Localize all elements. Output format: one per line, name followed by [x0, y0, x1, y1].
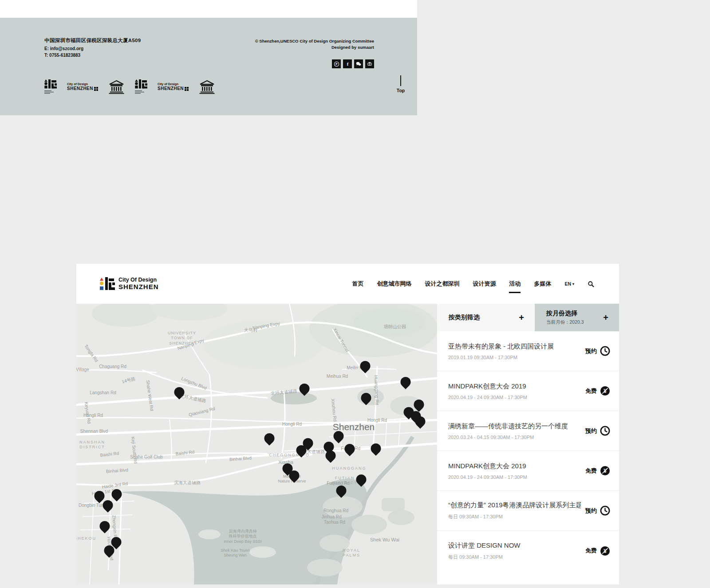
event-date: 2020.03.24 - 04.15 09:30AM - 17:30PM	[448, 435, 581, 440]
top-label: Top	[394, 88, 407, 93]
nav: 首页创意城市网络设计之都深圳设计资源活动多媒体EN▾	[352, 277, 594, 290]
pinterest-icon[interactable]: P	[332, 59, 341, 68]
event-title: “创意的力量” 2019粤港澳品牌设计展系列主题活动	[448, 501, 581, 510]
nav-item[interactable]: 创意城市网络	[377, 277, 411, 290]
event-tag: 预约	[585, 347, 597, 355]
event-date: 2020.04.19 - 24 09:30AM - 17:30PM	[448, 395, 581, 400]
copyright-line: © Shenzhen,UNESCO City of Design Organiz…	[255, 38, 374, 44]
event-row[interactable]: 亚热带未有的景象 - 北欧四国设计展2019.01.19 09:30AM - 1…	[437, 331, 619, 371]
event-date: 2019.01.19 09:30AM - 17:30PM	[448, 355, 581, 360]
cod-text-logo: City of DesignSHENZHEN	[158, 82, 189, 91]
event-date: 每日 09:30AM - 17:30PM	[448, 514, 581, 520]
nav-item[interactable]: 设计资源	[473, 277, 496, 290]
free-icon: ¥	[600, 546, 610, 556]
category-tab-label: 按类别筛选	[449, 314, 523, 321]
clock-icon	[600, 506, 610, 516]
event-text: 设计讲堂 DESIGN NOW每日 09:30AM - 17:30PM	[448, 541, 585, 561]
back-to-top-button[interactable]: Top	[394, 75, 407, 93]
expand-plus-icon[interactable]: +	[519, 313, 524, 323]
event-title: MINDPARK创意大会 2019	[448, 462, 581, 470]
event-status: 预约	[585, 426, 610, 436]
event-tag: 免费	[585, 547, 597, 555]
brand-text: City Of Design SHENZHEN	[118, 277, 159, 290]
event-status: 预约	[585, 346, 610, 356]
event-tag: 免费	[585, 387, 597, 395]
footer-logos: City of DesignSHENZHENCity of DesignSHEN…	[44, 79, 215, 95]
event-list: 亚热带未有的景象 - 北欧四国设计展2019.01.19 09:30AM - 1…	[437, 331, 619, 584]
site-footer: 中国深圳市福田区保税区深装总大厦A509 E: info@szcod.org T…	[0, 18, 417, 115]
page-content: Shenzhen大马村UNIVERSITY TOWN OF SHENZHENNa…	[76, 304, 619, 584]
event-row[interactable]: “创意的力量” 2019粤港澳品牌设计展系列主题活动每日 09:30AM - 1…	[437, 491, 619, 531]
map-base-art	[76, 304, 437, 584]
footer-address: 中国深圳市福田区保税区深装总大厦A509	[44, 37, 141, 44]
footer-telephone: T: 0755-61823883	[44, 53, 80, 58]
nav-item[interactable]: 设计之都深圳	[425, 277, 459, 290]
event-title: MINDPARK创意大会 2019	[448, 382, 581, 391]
facebook-icon[interactable]: f	[343, 59, 352, 68]
event-row[interactable]: MINDPARK创意大会 20192020.04.19 - 24 09:30AM…	[437, 451, 619, 491]
event-row[interactable]: 设计讲堂 DESIGN NOW每日 09:30AM - 17:30PM免费¥	[437, 531, 619, 571]
svg-text:f: f	[347, 62, 348, 67]
event-tag: 免费	[585, 467, 597, 475]
search-icon[interactable]	[588, 281, 594, 287]
clock-icon	[600, 426, 610, 436]
top-line-decoration	[400, 75, 401, 86]
brand-line2: SHENZHEN	[118, 283, 159, 291]
event-title: 设计讲堂 DESIGN NOW	[448, 541, 581, 550]
event-status: 免费¥	[585, 466, 610, 476]
main-page: City Of Design SHENZHEN 首页创意城市网络设计之都深圳设计…	[76, 264, 619, 584]
event-text: 亚热带未有的景象 - 北欧四国设计展2019.01.19 09:30AM - 1…	[448, 342, 585, 360]
event-status: 免费¥	[585, 386, 610, 396]
chevron-down-icon: ▾	[572, 282, 574, 286]
designed-by-line: Designed by sumaart	[255, 44, 374, 51]
cod-text-logo: City of DesignSHENZHEN	[67, 82, 98, 91]
event-tag: 预约	[585, 507, 597, 515]
clock-icon	[600, 346, 610, 356]
filter-by-category-tab[interactable]: 按类别筛选 +	[437, 304, 535, 331]
weibo-icon[interactable]	[365, 59, 374, 68]
current-month-label: 当前月份：2020.3	[546, 319, 607, 325]
event-title: 满绣新章——传统非遗技艺的另一个维度	[448, 422, 581, 431]
event-row[interactable]: 满绣新章——传统非遗技艺的另一个维度2020.03.24 - 04.15 09:…	[437, 411, 619, 451]
event-status: 预约	[585, 506, 610, 516]
svg-text:P: P	[335, 63, 338, 66]
page-top-strip	[0, 0, 417, 18]
event-date: 每日 09:30AM - 17:30PM	[448, 554, 581, 561]
language-selector[interactable]: EN▾	[564, 281, 574, 286]
footer-copyright: © Shenzhen,UNESCO City of Design Organiz…	[255, 38, 374, 51]
free-icon: ¥	[600, 466, 610, 476]
events-map[interactable]: Shenzhen大马村UNIVERSITY TOWN OF SHENZHENNa…	[76, 304, 437, 584]
event-status: 免费¥	[585, 546, 610, 556]
event-text: “创意的力量” 2019粤港澳品牌设计展系列主题活动每日 09:30AM - 1…	[448, 501, 585, 520]
nav-item[interactable]: 多媒体	[534, 277, 551, 290]
filter-tabs: 按类别筛选 + 按月份选择 当前月份：2020.3 +	[437, 304, 619, 331]
footer-email: E: info@szcod.org	[44, 46, 83, 51]
event-date: 2020.04.19 - 24 09:30AM - 17:30PM	[448, 474, 581, 480]
event-tag: 预约	[585, 427, 597, 435]
site-header: City Of Design SHENZHEN 首页创意城市网络设计之都深圳设计…	[76, 264, 619, 304]
filter-by-month-tab[interactable]: 按月份选择 当前月份：2020.3 +	[535, 304, 619, 331]
social-links: Pf	[332, 59, 374, 68]
szcod-mark-logo	[135, 79, 147, 95]
month-tab-label: 按月份选择	[546, 310, 607, 318]
events-panel: 按类别筛选 + 按月份选择 当前月份：2020.3 + 亚热带未有的景象 - 北…	[437, 304, 619, 584]
event-text: MINDPARK创意大会 20192020.04.19 - 24 09:30AM…	[448, 462, 585, 480]
nav-item[interactable]: 活动	[509, 277, 521, 290]
free-icon: ¥	[600, 386, 610, 396]
event-row[interactable]: MINDPARK创意大会 20192020.04.19 - 24 09:30AM…	[437, 371, 619, 411]
event-text: MINDPARK创意大会 20192020.04.19 - 24 09:30AM…	[448, 382, 585, 400]
brand-logo[interactable]: City Of Design SHENZHEN	[99, 276, 159, 292]
event-title: 亚热带未有的景象 - 北欧四国设计展	[448, 342, 581, 351]
brand-logo-icon	[99, 276, 115, 292]
wechat-icon[interactable]	[354, 59, 363, 68]
nav-item[interactable]: 首页	[352, 277, 363, 290]
brand-line1: City Of Design	[118, 277, 159, 283]
expand-plus-icon[interactable]: +	[603, 313, 608, 323]
unesco-temple-logo	[199, 80, 215, 94]
szcod-mark-logo	[44, 79, 57, 95]
event-text: 满绣新章——传统非遗技艺的另一个维度2020.03.24 - 04.15 09:…	[448, 422, 585, 440]
unesco-temple-logo	[108, 80, 125, 94]
